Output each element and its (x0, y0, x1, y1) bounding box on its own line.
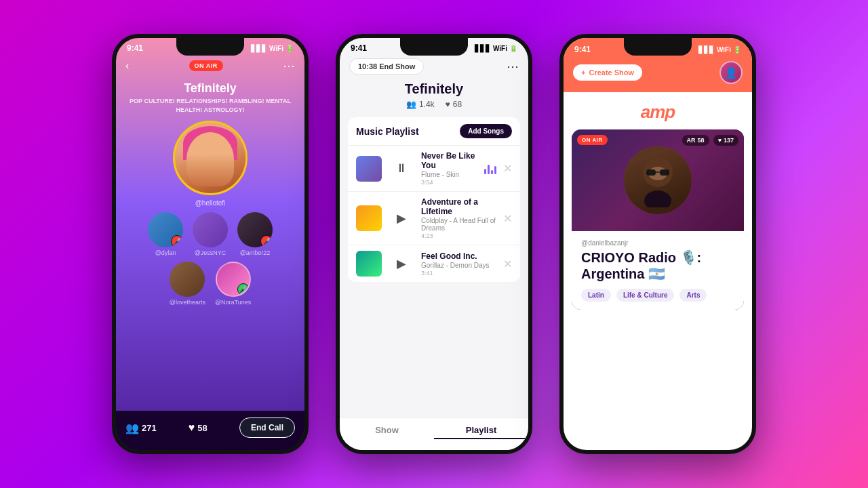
participant-lovethearts[interactable]: @lovethearts (170, 262, 205, 306)
song-duration-1: 3:54 (421, 179, 477, 186)
chevron-down-icon[interactable]: ‹ (125, 60, 129, 72)
play-button-3[interactable]: ▶ (389, 251, 414, 277)
phone1-footer: 👥 271 ♥ 58 End Call (116, 411, 304, 450)
host-silhouette (634, 153, 682, 207)
participant-name-amber: @amber22 (240, 249, 271, 256)
show-card-image: ON AIR AR 58 ♥ 137 (572, 129, 744, 231)
wifi-icon: WiFi (269, 45, 283, 52)
tab-show[interactable]: Show (340, 425, 434, 439)
phone2-show-name: Tefinitely (340, 81, 528, 97)
show-name: CRIOYO Radio 🎙️: Argentina 🇦🇷 (581, 249, 734, 282)
battery-icon-2: 🔋 (509, 45, 517, 52)
song-name-2: Adventure of a Lifetime (421, 197, 496, 216)
amp-logo-area: amp (564, 92, 752, 129)
song-item-3[interactable]: ▶ Feel Good Inc. Gorillaz - Demon Days 3… (348, 245, 520, 282)
create-show-button[interactable]: + Create Show (573, 64, 642, 81)
likes-badge: ♥ 137 (713, 135, 738, 146)
wifi-icon-2: WiFi (493, 45, 507, 52)
show-info: @danielbazanjr CRIOYO Radio 🎙️: Argentin… (572, 231, 744, 310)
phone-3: 9:41 ▋▋▋ WiFi 🔋 + Create Show 👤 amp ON A… (559, 34, 756, 454)
status-icons-2: ▋▋▋ WiFi 🔋 (475, 45, 517, 52)
show-tags: Latin Life & Culture Arts (581, 289, 734, 302)
participant-dylan[interactable]: 🎤 @dylan (148, 212, 183, 256)
participant-avatar-amber: 🎤 (237, 212, 273, 247)
heart-icon: ♥ (189, 422, 195, 434)
wave-3 (491, 170, 493, 174)
tag-latin[interactable]: Latin (581, 289, 611, 302)
phone2-footer: Show Playlist (340, 418, 528, 450)
heart-icon-3: ♥ (718, 137, 722, 144)
show-host-inner (624, 146, 692, 214)
end-call-button[interactable]: End Call (239, 418, 295, 438)
battery-icon-3: 🔋 (733, 46, 741, 54)
wave-2 (488, 165, 490, 174)
ar-badge: AR 58 (682, 135, 709, 146)
song-name-1: Never Be Like You (421, 151, 477, 170)
host-avatar (173, 121, 248, 195)
playlist-title: Music Playlist (356, 126, 419, 137)
host-avatar-wrap (116, 121, 304, 195)
pause-button-1[interactable]: ⏸ (389, 156, 414, 182)
status-bar-2: 9:41 ▋▋▋ WiFi 🔋 (340, 38, 528, 56)
remove-song-2[interactable]: ✕ (503, 212, 512, 225)
show-subtitle-1: POP CULTURE! RELATIONSHIPS! RAMBLING! ME… (116, 97, 304, 114)
song-artist-3: Gorillaz - Demon Days (421, 262, 496, 269)
playlist-section: Music Playlist Add Songs ⏸ Never Be Like… (348, 117, 520, 282)
status-bar-1: 9:41 ▋▋▋ WiFi 🔋 (116, 38, 304, 56)
song-artist-2: Coldplay - A Head Full of Dreams (421, 217, 496, 232)
phone2-stats: 👥 1.4k ♥ 68 (340, 100, 528, 109)
on-air-badge: ON AIR (189, 60, 223, 71)
tag-arts[interactable]: Arts (679, 289, 707, 302)
show-on-air-badge: ON AIR (577, 135, 608, 145)
show-title-1: Tefinitely (116, 81, 304, 96)
phone2-likes: 68 (453, 100, 462, 109)
host-face (186, 132, 234, 186)
phone2-listeners: 1.4k (419, 100, 435, 109)
participant-avatar-noratunes: 🎤 (216, 262, 251, 297)
play-button-2[interactable]: ▶ (389, 205, 414, 231)
muted-icon-dylan: 🎤 (171, 235, 183, 247)
song-artist-1: Flume - Skin (421, 171, 477, 178)
participant-name-noratunes: @NoraTunes (215, 299, 251, 306)
wave-1 (484, 169, 486, 174)
song-name-3: Feel Good Inc. (421, 251, 496, 261)
listeners-stat: 👥 271 (125, 422, 157, 434)
remove-song-3[interactable]: ✕ (503, 258, 512, 270)
participant-avatar-jess (193, 212, 228, 247)
participant-name-jess: @JessNYC (195, 249, 226, 256)
phone-2: 9:41 ▋▋▋ WiFi 🔋 10:38 End Show ⋯ Tefinit… (336, 34, 532, 454)
phone2-top: 10:38 End Show ⋯ (340, 56, 528, 80)
muted-icon-amber: 🎤 (260, 235, 273, 247)
participant-jess[interactable]: @JessNYC (193, 212, 228, 256)
participants-row-2: @lovethearts 🎤 @NoraTunes (116, 262, 304, 306)
likes-stat: ♥ 58 (189, 422, 208, 434)
phone-1: 9:41 ▋▋▋ WiFi 🔋 ‹ ON AIR ⋯ Tefinitely PO… (112, 34, 309, 454)
ar-count: 58 (698, 137, 705, 144)
show-card[interactable]: ON AIR AR 58 ♥ 137 (572, 129, 744, 310)
song-thumb-1 (356, 156, 382, 182)
participant-name-lovethearts: @lovethearts (170, 299, 205, 306)
tab-playlist[interactable]: Playlist (434, 425, 528, 439)
likes-count: 58 (197, 423, 207, 433)
participant-noratunes[interactable]: 🎤 @NoraTunes (215, 262, 251, 306)
show-likes-count: 137 (724, 137, 734, 144)
signal-icon-2: ▋▋▋ (475, 45, 491, 52)
song-item-1[interactable]: ⏸ Never Be Like You Flume - Skin 3:54 ✕ (348, 146, 520, 192)
participants-row-1: 🎤 @dylan @JessNYC 🎤 @amber22 (116, 212, 304, 256)
more-options-icon-2[interactable]: ⋯ (507, 59, 519, 74)
end-show-button[interactable]: 10:38 End Show (349, 58, 424, 75)
participant-amber[interactable]: 🎤 @amber22 (237, 212, 273, 256)
more-options-icon[interactable]: ⋯ (283, 58, 295, 73)
amp-logo: amp (641, 102, 675, 123)
status-icons-3: ▋▋▋ WiFi 🔋 (698, 46, 741, 54)
song-item-2[interactable]: ▶ Adventure of a Lifetime Coldplay - A H… (348, 192, 520, 245)
add-songs-button[interactable]: Add Songs (460, 124, 512, 138)
remove-song-1[interactable]: ✕ (503, 162, 512, 175)
status-icons-1: ▋▋▋ WiFi 🔋 (251, 45, 294, 52)
user-avatar[interactable]: 👤 (719, 61, 743, 84)
svg-rect-2 (646, 169, 656, 176)
svg-rect-6 (669, 171, 671, 172)
status-bar-3: 9:41 ▋▋▋ WiFi 🔋 (564, 38, 752, 57)
tag-life-culture[interactable]: Life & Culture (616, 289, 675, 302)
song-info-1: Never Be Like You Flume - Skin 3:54 (421, 151, 477, 186)
